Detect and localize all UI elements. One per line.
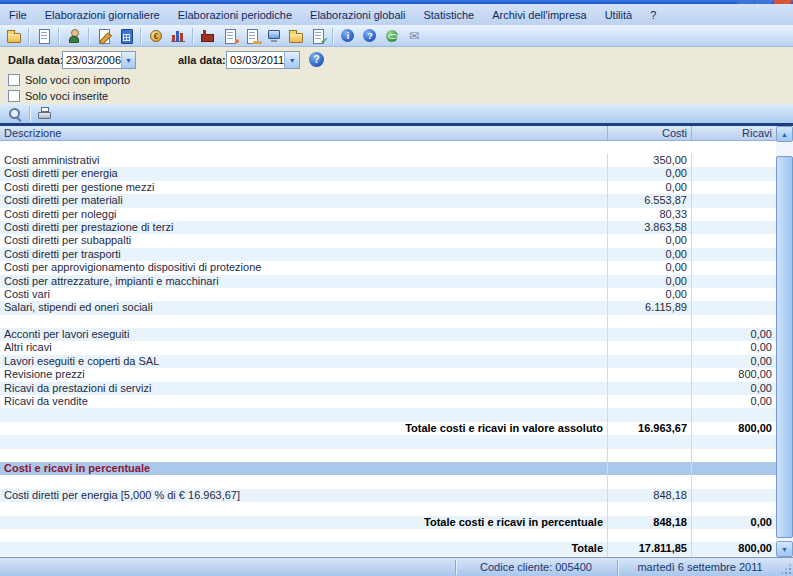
empty-row bbox=[0, 315, 776, 328]
cell-costi: 6.115,89 bbox=[608, 301, 692, 314]
cell-ricavi bbox=[692, 275, 776, 288]
checkbox-box[interactable] bbox=[8, 74, 20, 86]
yellow-folder-button[interactable] bbox=[286, 26, 306, 45]
from-date-combobox[interactable]: 23/03/2006 ▼ bbox=[62, 51, 136, 69]
cell-costi bbox=[608, 449, 692, 462]
approve-check-icon: ✔ bbox=[310, 28, 326, 44]
calculator-button[interactable] bbox=[116, 26, 136, 45]
menu-item-elaborazioni-giornaliere[interactable]: Elaborazioni giornaliere bbox=[36, 6, 169, 24]
cell-ricavi bbox=[692, 489, 776, 502]
worker-icon bbox=[66, 28, 82, 44]
table-row[interactable]: Costi diretti per noleggi80,33 bbox=[0, 208, 776, 221]
cell-ricavi: 800,00 bbox=[692, 542, 776, 555]
cell-costi bbox=[608, 315, 692, 328]
help-button[interactable]: ? bbox=[360, 26, 380, 45]
table-row[interactable]: Altri ricavi0,00 bbox=[0, 341, 776, 354]
monitor-money-button[interactable] bbox=[264, 26, 284, 45]
menu-item-item[interactable]: ? bbox=[641, 6, 665, 24]
cell-descrizione: Lavori eseguiti e coperti da SAL bbox=[0, 355, 608, 368]
table-row[interactable]: Costi vari0,00 bbox=[0, 288, 776, 301]
table-row[interactable]: Costi per approvigionamento dispositivi … bbox=[0, 261, 776, 274]
print-button[interactable] bbox=[35, 104, 55, 123]
table-row[interactable]: Acconti per lavori eseguiti0,00 bbox=[0, 328, 776, 341]
vertical-scrollbar[interactable]: ▲ ▼ bbox=[776, 126, 793, 557]
document-button[interactable] bbox=[34, 26, 54, 45]
edit-document-button[interactable] bbox=[94, 26, 114, 45]
bar-chart-button[interactable] bbox=[168, 26, 188, 45]
column-header-descrizione[interactable]: Descrizione bbox=[0, 126, 608, 140]
scrollbar-thumb[interactable] bbox=[776, 156, 793, 538]
total-row: Totale costi e ricavi in percentuale848,… bbox=[0, 516, 776, 529]
menu-item-archivi-dell-impresa[interactable]: Archivi dell'impresa bbox=[483, 6, 595, 24]
cell-costi: 848,18 bbox=[608, 516, 692, 529]
info-button[interactable]: i bbox=[338, 26, 358, 45]
table-row[interactable]: Costi per attrezzature, impianti e macch… bbox=[0, 275, 776, 288]
menu-item-file[interactable]: File bbox=[0, 6, 36, 24]
cell-costi: 0,00 bbox=[608, 234, 692, 247]
globe-button[interactable] bbox=[382, 26, 402, 45]
cell-descrizione: Revisione prezzi bbox=[0, 368, 608, 381]
chevron-down-icon[interactable]: ▼ bbox=[284, 52, 299, 68]
column-header-costi[interactable]: Costi bbox=[608, 126, 692, 140]
empty-row bbox=[0, 408, 776, 421]
menu-item-elaborazioni-globali[interactable]: Elaborazioni globali bbox=[301, 6, 414, 24]
menu-item-statistiche[interactable]: Statistiche bbox=[414, 6, 483, 24]
cell-ricavi bbox=[692, 154, 776, 167]
hand-document-button[interactable]: ▬ bbox=[242, 26, 262, 45]
table-row[interactable]: Costi diretti per trasporti0,00 bbox=[0, 248, 776, 261]
table-row[interactable]: Costi diretti per energia0,00 bbox=[0, 167, 776, 180]
table-row[interactable]: Costi diretti per prestazione di terzi3.… bbox=[0, 221, 776, 234]
to-date-combobox[interactable]: 03/03/2011 ▼ bbox=[226, 51, 300, 69]
search-button[interactable] bbox=[5, 104, 25, 123]
cell-costi bbox=[608, 355, 692, 368]
checkbox-solo-voci-inserite[interactable]: Solo voci inserite bbox=[8, 90, 108, 102]
table-row[interactable]: Costi amministrativi350,00 bbox=[0, 154, 776, 167]
table-row[interactable]: Costi diretti per gestione mezzi0,00 bbox=[0, 181, 776, 194]
empty-row bbox=[0, 475, 776, 488]
cell-descrizione bbox=[0, 435, 608, 448]
cell-ricavi bbox=[692, 234, 776, 247]
table-row[interactable]: Costi diretti per energia [5,000 % di € … bbox=[0, 489, 776, 502]
cell-descrizione: Costi diretti per trasporti bbox=[0, 248, 608, 261]
empty-row bbox=[0, 502, 776, 515]
grid-header: DescrizioneCostiRicavi bbox=[0, 126, 776, 141]
factory-button[interactable] bbox=[198, 26, 218, 45]
cell-costi bbox=[608, 382, 692, 395]
cell-ricavi: 0,00 bbox=[692, 355, 776, 368]
menu-item-utilit[interactable]: Utilità bbox=[596, 6, 642, 24]
cell-descrizione: Acconti per lavori eseguiti bbox=[0, 328, 608, 341]
main-toolbar: €●▬✔i?✉ bbox=[0, 25, 793, 47]
mail-button[interactable]: ✉ bbox=[404, 26, 424, 45]
cell-costi bbox=[608, 502, 692, 515]
scroll-down-icon[interactable]: ▼ bbox=[776, 541, 793, 557]
approve-check-button[interactable]: ✔ bbox=[308, 26, 328, 45]
help-icon[interactable]: ? bbox=[309, 52, 324, 67]
menu-item-elaborazioni-periodiche[interactable]: Elaborazioni periodiche bbox=[169, 6, 301, 24]
checkbox-label: Solo voci con importo bbox=[25, 74, 130, 86]
document-history-button[interactable]: ● bbox=[220, 26, 240, 45]
table-row[interactable]: Salari, stipendi ed oneri sociali6.115,8… bbox=[0, 301, 776, 314]
table-row[interactable]: Lavori eseguiti e coperti da SAL0,00 bbox=[0, 355, 776, 368]
table-row[interactable]: Revisione prezzi800,00 bbox=[0, 368, 776, 381]
cell-ricavi bbox=[692, 475, 776, 488]
column-header-ricavi[interactable]: Ricavi bbox=[692, 126, 776, 140]
edit-document-icon bbox=[96, 28, 112, 44]
worker-button[interactable] bbox=[64, 26, 84, 45]
scroll-up-icon[interactable]: ▲ bbox=[776, 126, 793, 142]
table-row[interactable]: Costi diretti per materiali6.553,87 bbox=[0, 194, 776, 207]
empty-row bbox=[0, 435, 776, 448]
table-row[interactable]: Ricavi da prestazioni di servizi0,00 bbox=[0, 382, 776, 395]
table-row[interactable]: Costi diretti per subappalti0,00 bbox=[0, 234, 776, 247]
checkbox-solo-voci-con-importo[interactable]: Solo voci con importo bbox=[8, 74, 130, 86]
euro-money-button[interactable]: € bbox=[146, 26, 166, 45]
client-code-panel: Codice cliente: 005400 bbox=[458, 560, 614, 575]
resize-grip[interactable] bbox=[780, 563, 792, 575]
open-folder-button[interactable] bbox=[4, 26, 24, 45]
checkbox-box[interactable] bbox=[8, 90, 20, 102]
euro-money-icon: € bbox=[148, 28, 164, 44]
cell-ricavi bbox=[692, 221, 776, 234]
cell-descrizione: Costi diretti per gestione mezzi bbox=[0, 181, 608, 194]
chevron-down-icon[interactable]: ▼ bbox=[121, 52, 135, 68]
table-row[interactable]: Ricavi da vendite0,00 bbox=[0, 395, 776, 408]
toolbar-separator bbox=[29, 106, 31, 122]
